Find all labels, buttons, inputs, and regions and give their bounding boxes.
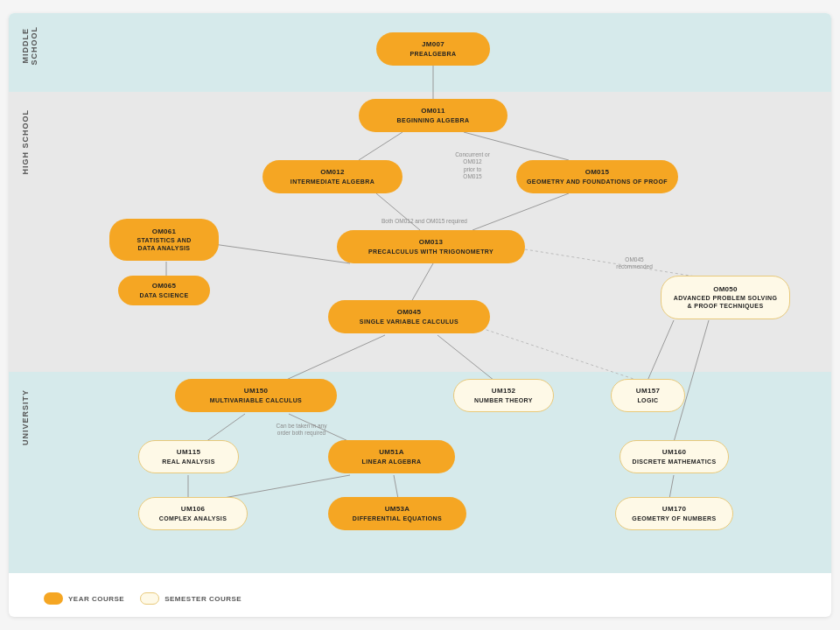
- node-om011[interactable]: OM011 BEGINNING ALGEBRA: [359, 99, 508, 132]
- node-um152[interactable]: UM152 NUMBER THEORY: [453, 379, 554, 412]
- label-high-school: HIGH SCHOOL: [21, 109, 30, 175]
- node-om045[interactable]: OM045 SINGLE VARIABLE CALCULUS: [328, 300, 490, 333]
- legend-cream-box: [140, 592, 159, 605]
- node-um53a[interactable]: UM53A DIFFERENTIAL EQUATIONS: [328, 497, 466, 530]
- node-um170[interactable]: UM170 GEOMETRY OF NUMBERS: [615, 497, 733, 530]
- node-um157[interactable]: UM157 LOGIC: [611, 379, 685, 412]
- annotation-concurrent: Concurrent or OM012 prior to OM015: [438, 151, 508, 181]
- legend-semester-course: SEMESTER COURSE: [140, 592, 242, 605]
- node-um160[interactable]: UM160 DISCRETE MATHEMATICS: [620, 440, 729, 473]
- node-jm007[interactable]: JM007 PREALGEBRA: [376, 32, 490, 66]
- annotation-om045-recommended: OM045 recommended: [604, 256, 665, 271]
- annotation-can-be-taken: Can be taken in any order both required: [256, 423, 347, 438]
- node-um51a[interactable]: UM51A LINEAR ALGEBRA: [328, 440, 455, 473]
- legend-orange-box: [44, 592, 63, 605]
- node-um115[interactable]: UM115 REAL ANALYSIS: [138, 440, 239, 473]
- node-om065[interactable]: OM065 DATA SCIENCE: [118, 276, 210, 305]
- node-om012[interactable]: OM012 INTERMEDIATE ALGEBRA: [262, 160, 402, 193]
- label-university: UNIVERSITY: [21, 389, 30, 445]
- node-om061[interactable]: OM061 STATISTICS AND DATA ANALYSIS: [109, 219, 219, 261]
- label-middle-school: MIDDLESCHOOL: [21, 26, 38, 66]
- node-om013[interactable]: OM013 PRECALCULUS WITH TRIGONOMETRY: [337, 230, 525, 263]
- main-container: MIDDLESCHOOL HIGH SCHOOL UNIVERSITY: [9, 13, 831, 617]
- legend: YEAR COURSE SEMESTER COURSE: [44, 592, 242, 605]
- legend-year-course: YEAR COURSE: [44, 592, 124, 605]
- annotation-both-required: Both OM012 and OM015 required: [350, 218, 499, 225]
- node-om015[interactable]: OM015 GEOMETRY AND FOUNDATIONS OF PROOF: [516, 160, 678, 193]
- node-um106[interactable]: UM106 COMPLEX ANALYSIS: [138, 497, 248, 530]
- node-um150[interactable]: UM150 MULTIVARIABLE CALCULUS: [175, 379, 337, 412]
- node-om050[interactable]: OM050 ADVANCED PROBLEM SOLVING & PROOF T…: [661, 276, 790, 319]
